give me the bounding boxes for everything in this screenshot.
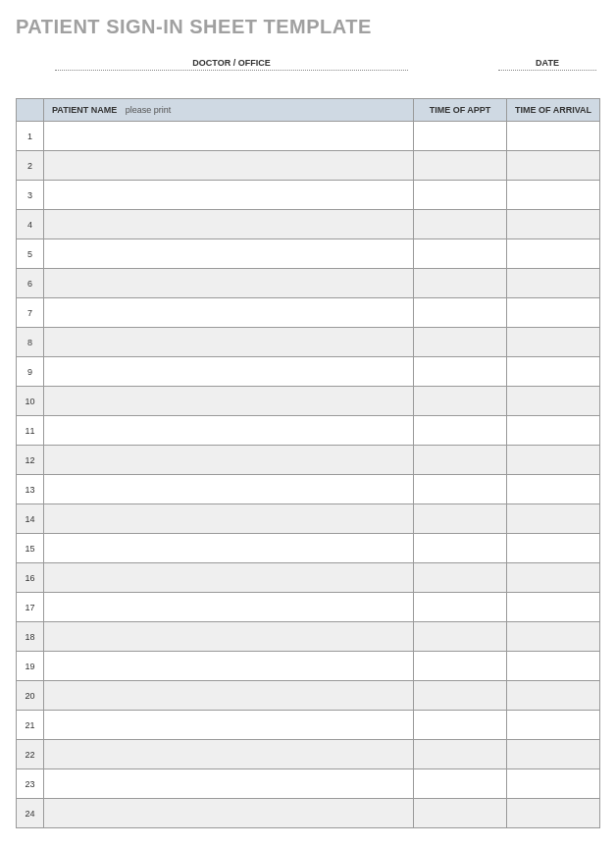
table-row: 10 [17,387,600,416]
time-of-appt-cell [414,740,507,769]
row-number-cell: 5 [17,239,44,269]
row-number-cell: 20 [17,681,44,711]
table-row: 21 [17,711,600,740]
patient-name-hint: please print [126,105,172,115]
patient-name-cell [44,563,414,593]
table-row: 8 [17,328,600,357]
patient-name-cell [44,239,414,269]
doctor-office-label: DOCTOR / OFFICE [55,58,408,68]
patient-name-cell [44,534,414,563]
patient-name-cell [44,416,414,446]
table-row: 12 [17,446,600,475]
time-of-arrival-cell [507,328,600,357]
row-number-cell: 1 [17,122,44,151]
time-of-arrival-header: TIME OF ARRIVAL [507,99,600,122]
time-of-arrival-cell [507,122,600,151]
patient-name-cell [44,387,414,416]
table-row: 6 [17,269,600,298]
time-of-appt-cell [414,504,507,534]
table-row: 4 [17,210,600,239]
patient-name-header-text: PATIENT NAME [52,105,117,115]
row-number-cell: 7 [17,298,44,328]
row-number-cell: 15 [17,534,44,563]
time-of-arrival-cell [507,357,600,387]
table-row: 19 [17,652,600,681]
time-of-appt-cell [414,269,507,298]
patient-name-cell [44,652,414,681]
table-row: 24 [17,799,600,828]
time-of-appt-cell [414,387,507,416]
table-row: 20 [17,681,600,711]
time-of-arrival-cell [507,799,600,828]
patient-name-cell [44,593,414,622]
row-number-cell: 13 [17,475,44,504]
row-number-cell: 17 [17,593,44,622]
time-of-appt-cell [414,210,507,239]
row-number-cell: 6 [17,269,44,298]
time-of-arrival-cell [507,681,600,711]
table-row: 13 [17,475,600,504]
row-number-cell: 21 [17,711,44,740]
time-of-arrival-cell [507,740,600,769]
table-row: 22 [17,740,600,769]
row-number-cell: 24 [17,799,44,828]
table-row: 17 [17,593,600,622]
patient-name-cell [44,711,414,740]
time-of-arrival-cell [507,622,600,652]
time-of-appt-cell [414,151,507,181]
time-of-appt-cell [414,563,507,593]
time-of-arrival-cell [507,652,600,681]
time-of-appt-cell [414,328,507,357]
time-of-arrival-cell [507,181,600,210]
patient-name-cell [44,681,414,711]
time-of-arrival-cell [507,475,600,504]
row-number-cell: 10 [17,387,44,416]
patient-name-cell [44,446,414,475]
patient-name-cell [44,740,414,769]
patient-name-cell [44,269,414,298]
table-row: 7 [17,298,600,328]
table-row: 23 [17,769,600,799]
time-of-arrival-cell [507,239,600,269]
signin-table: PATIENT NAME please print TIME OF APPT T… [16,98,600,828]
table-row: 16 [17,563,600,593]
time-of-arrival-cell [507,151,600,181]
patient-name-cell [44,504,414,534]
time-of-appt-cell [414,534,507,563]
time-of-arrival-cell [507,446,600,475]
time-of-appt-cell [414,239,507,269]
patient-name-cell [44,151,414,181]
table-row: 9 [17,357,600,387]
patient-name-cell [44,298,414,328]
date-line [498,70,596,71]
page-title: PATIENT SIGN-IN SHEET TEMPLATE [16,16,600,38]
date-field: DATE [498,58,596,71]
time-of-appt-cell [414,681,507,711]
row-number-cell: 22 [17,740,44,769]
time-of-appt-cell [414,622,507,652]
patient-name-cell [44,769,414,799]
time-of-arrival-cell [507,210,600,239]
row-number-cell: 9 [17,357,44,387]
time-of-arrival-cell [507,534,600,563]
time-of-appt-cell [414,711,507,740]
row-number-cell: 14 [17,504,44,534]
time-of-arrival-cell [507,387,600,416]
patient-name-cell [44,181,414,210]
time-of-appt-cell [414,652,507,681]
table-row: 5 [17,239,600,269]
table-row: 15 [17,534,600,563]
time-of-appt-cell [414,593,507,622]
time-of-appt-header: TIME OF APPT [414,99,507,122]
row-number-cell: 2 [17,151,44,181]
table-row: 2 [17,151,600,181]
time-of-arrival-cell [507,711,600,740]
patient-name-cell [44,799,414,828]
header-fields: DOCTOR / OFFICE DATE [16,58,600,71]
patient-name-cell [44,328,414,357]
patient-name-cell [44,622,414,652]
time-of-arrival-cell [507,298,600,328]
time-of-arrival-cell [507,504,600,534]
doctor-office-field: DOCTOR / OFFICE [55,58,408,71]
row-number-cell: 19 [17,652,44,681]
